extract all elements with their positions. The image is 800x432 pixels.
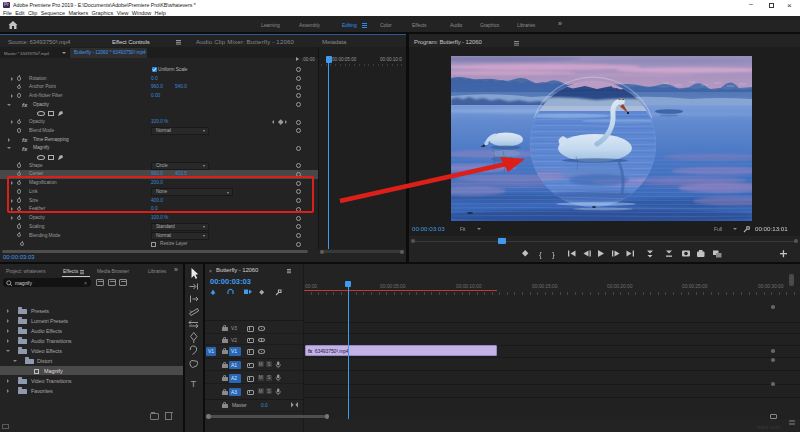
svg-text:T: T [191, 378, 197, 389]
svg-text:}: } [552, 250, 555, 259]
svg-text:{: { [539, 250, 542, 259]
